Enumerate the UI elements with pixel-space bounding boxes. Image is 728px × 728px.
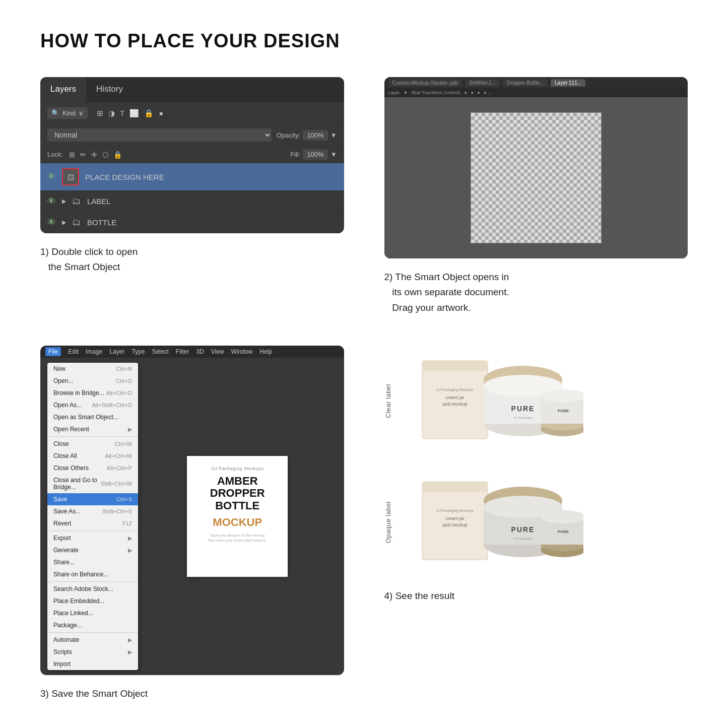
- menu-item-closeall[interactable]: Close AllAlt+Ctrl+W: [47, 450, 138, 462]
- menu-item-sharebehance[interactable]: Share on Behance...: [47, 568, 138, 580]
- menu-item-package[interactable]: Package...: [47, 619, 138, 631]
- eye-icon-label[interactable]: 👁: [47, 196, 56, 207]
- opacity-value[interactable]: 100%: [303, 130, 327, 141]
- pixel-icon[interactable]: ⊞: [97, 109, 103, 118]
- ps-secondary-toolbar: Layer ▼ Blue Transform Controls ● ● ● ● …: [384, 88, 688, 97]
- layer-name-design[interactable]: PLACE DESIGN HERE: [85, 173, 164, 181]
- menu-item-placelinked[interactable]: Place Linked...: [47, 607, 138, 619]
- clear-label-text: Clear label: [384, 384, 392, 418]
- svg-text:OJ Packaging: OJ Packaging: [513, 416, 532, 419]
- menu-layer[interactable]: Layer: [109, 348, 124, 355]
- menu-item-open[interactable]: Open...Ctrl+O: [47, 375, 138, 387]
- doc-tab-4[interactable]: Layer 111...: [551, 79, 585, 87]
- menu-item-opensmart[interactable]: Open as Smart Object...: [47, 411, 138, 423]
- menu-item-generate[interactable]: Generate▶: [47, 544, 138, 556]
- opacity-arrow: ▼: [330, 131, 337, 139]
- fill-label: Fill:: [290, 151, 300, 158]
- doc-tab-2[interactable]: ShiftNet-1...: [465, 79, 500, 87]
- menu-view[interactable]: View: [211, 348, 224, 355]
- menu-item-import[interactable]: Import: [47, 658, 138, 670]
- eye-icon-bottle[interactable]: 👁: [47, 218, 56, 228]
- lock-pixels-icon[interactable]: ⊞: [69, 151, 75, 159]
- svg-rect-1: [422, 361, 488, 371]
- menu-edit[interactable]: Edit: [68, 348, 79, 355]
- blend-mode-select[interactable]: Normal: [47, 128, 272, 142]
- menu-item-searchstock[interactable]: Search Adobe Stock...: [47, 583, 138, 595]
- menu-type[interactable]: Type: [131, 348, 145, 355]
- menu-item-openas[interactable]: Open As...Alt+Shift+Ctrl+O: [47, 399, 138, 411]
- mockup-sub: MOCKUP: [213, 516, 262, 529]
- sep-1: [47, 436, 138, 437]
- doc-topbar: Custom-Mockup-Square-.psb ShiftNet-1... …: [384, 77, 688, 88]
- expand-label-icon[interactable]: ▶: [62, 198, 66, 205]
- menu-item-browse[interactable]: Browse in Bridge...Alt+Ctrl+O: [47, 387, 138, 399]
- step-1-caption: 1) Double click to open the Smart Object: [40, 244, 138, 275]
- shape-icon[interactable]: ⬜: [129, 109, 139, 118]
- menu-item-placeembedded[interactable]: Place Embedded...: [47, 595, 138, 607]
- lock-all-icon[interactable]: 🔒: [113, 151, 122, 159]
- layer-row-design[interactable]: 👁 ⊡ PLACE DESIGN HERE: [40, 163, 344, 191]
- file-preview-area: OJ Packaging Mockups AMBERDROPPERBOTTLE …: [138, 363, 337, 670]
- chevron-icon: ∨: [79, 109, 84, 117]
- svg-text:cream jar: cream jar: [445, 516, 465, 521]
- layer-row-bottle[interactable]: 👁 ▶ 🗂 BOTTLE: [40, 212, 344, 233]
- fill-value[interactable]: 100%: [303, 149, 327, 160]
- lock-artboard-icon[interactable]: ⬡: [102, 151, 108, 159]
- svg-text:OJ Packaging Mockups: OJ Packaging Mockups: [436, 388, 474, 392]
- menu-item-scripts[interactable]: Scripts▶: [47, 646, 138, 658]
- canvas-checkerboard: [471, 112, 602, 243]
- layer-name-bottle[interactable]: BOTTLE: [87, 218, 116, 227]
- mockup-preview: OJ Packaging Mockups AMBERDROPPERBOTTLE …: [187, 456, 288, 577]
- search-icon: 🔍: [51, 109, 59, 117]
- menu-item-export[interactable]: Export▶: [47, 532, 138, 544]
- menu-item-close[interactable]: CloseCtrl+W: [47, 438, 138, 450]
- menu-item-save[interactable]: SaveCtrl+S: [47, 493, 138, 505]
- lock-brush-icon[interactable]: ✏: [80, 151, 86, 159]
- svg-text:pod mockup: pod mockup: [442, 402, 467, 407]
- step-3-caption: 3) Save the Smart Object: [40, 686, 148, 701]
- trash-icon[interactable]: ●: [159, 109, 163, 118]
- layers-toolbar: 🔍 Kind ∨ ⊞ ◑ T ⬜ 🔒 ●: [40, 102, 344, 124]
- menu-window[interactable]: Window: [231, 348, 253, 355]
- lock-move-icon[interactable]: ✛: [91, 151, 97, 159]
- page-title: HOW TO PLACE YOUR DESIGN: [40, 30, 688, 52]
- menu-item-saveas[interactable]: Save As...Shift+Ctrl+S: [47, 505, 138, 517]
- doc-tab-1[interactable]: Custom-Mockup-Square-.psb: [388, 79, 462, 87]
- menu-item-share[interactable]: Share...: [47, 556, 138, 568]
- menu-item-closeothers[interactable]: Close OthersAlt+Ctrl+P: [47, 462, 138, 474]
- opacity-label: Opacity:: [277, 131, 301, 139]
- tab-layers[interactable]: Layers: [40, 77, 86, 102]
- tab-history[interactable]: History: [86, 77, 133, 102]
- menu-item-recent[interactable]: Open Recent▶: [47, 423, 138, 435]
- menu-item-new[interactable]: NewCtrl+N: [47, 363, 138, 375]
- sep-2: [47, 531, 138, 531]
- svg-text:OJ Packaging: OJ Packaging: [513, 537, 532, 540]
- fill-group: Fill: 100% ▼: [290, 149, 337, 160]
- menu-file[interactable]: File: [45, 347, 61, 356]
- opacity-group: Opacity: 100% ▼: [277, 130, 337, 141]
- result-frame: Clear label OJ Packaging Mockups cream j…: [384, 346, 688, 577]
- menu-help[interactable]: Help: [259, 348, 272, 355]
- menu-item-revert[interactable]: RevertF12: [47, 517, 138, 530]
- search-kind-box[interactable]: 🔍 Kind ∨: [47, 107, 88, 119]
- menu-filter[interactable]: Filter: [176, 348, 189, 355]
- doc-tab-3[interactable]: Dropper-Bottle...: [503, 79, 548, 87]
- expand-bottle-icon[interactable]: ▶: [62, 219, 66, 226]
- mockup-brand: OJ Packaging Mockups: [211, 466, 264, 471]
- layer-name-label[interactable]: LABEL: [87, 197, 111, 206]
- menu-item-automate[interactable]: Automate▶: [47, 634, 138, 646]
- eye-icon-design[interactable]: 👁: [47, 172, 56, 182]
- fill-arrow: ▼: [330, 151, 337, 158]
- step-1-cell: Layers History 🔍 Kind ∨ ⊞ ◑ T ⬜ 🔒 ●: [40, 77, 344, 315]
- svg-text:PURE: PURE: [557, 530, 569, 534]
- menu-image[interactable]: Image: [86, 348, 102, 355]
- menu-select[interactable]: Select: [152, 348, 168, 355]
- menu-3d[interactable]: 3D: [196, 348, 204, 355]
- layer-row-label[interactable]: 👁 ▶ 🗂 LABEL: [40, 191, 344, 212]
- mockup-desc: Apply your designs on this mockupthen sh…: [208, 533, 267, 543]
- step-2-cell: Custom-Mockup-Square-.psb ShiftNet-1... …: [384, 77, 688, 315]
- text-icon[interactable]: T: [120, 109, 124, 118]
- smart-icon[interactable]: 🔒: [144, 109, 154, 118]
- adjustment-icon[interactable]: ◑: [108, 109, 115, 118]
- menu-item-closebridge[interactable]: Close and Go to Bridge...Shift+Ctrl+W: [47, 474, 138, 493]
